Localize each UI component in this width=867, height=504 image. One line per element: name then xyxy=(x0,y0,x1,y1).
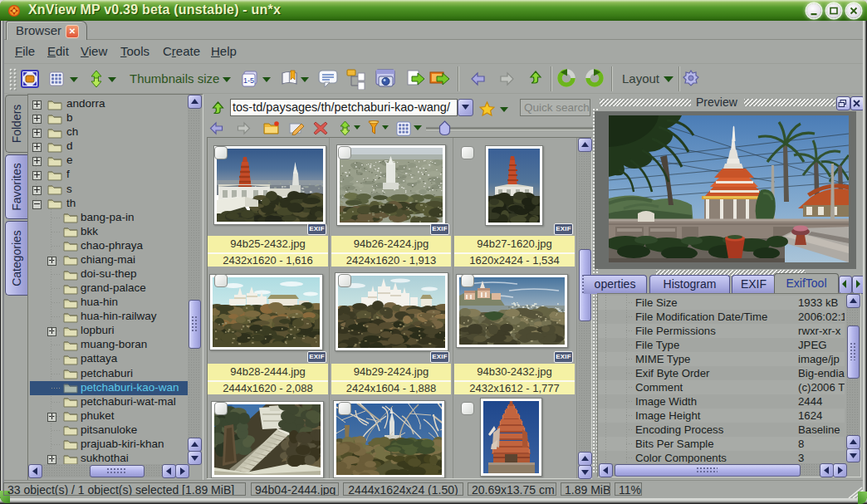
svg-text:1-5: 1-5 xyxy=(243,76,254,85)
